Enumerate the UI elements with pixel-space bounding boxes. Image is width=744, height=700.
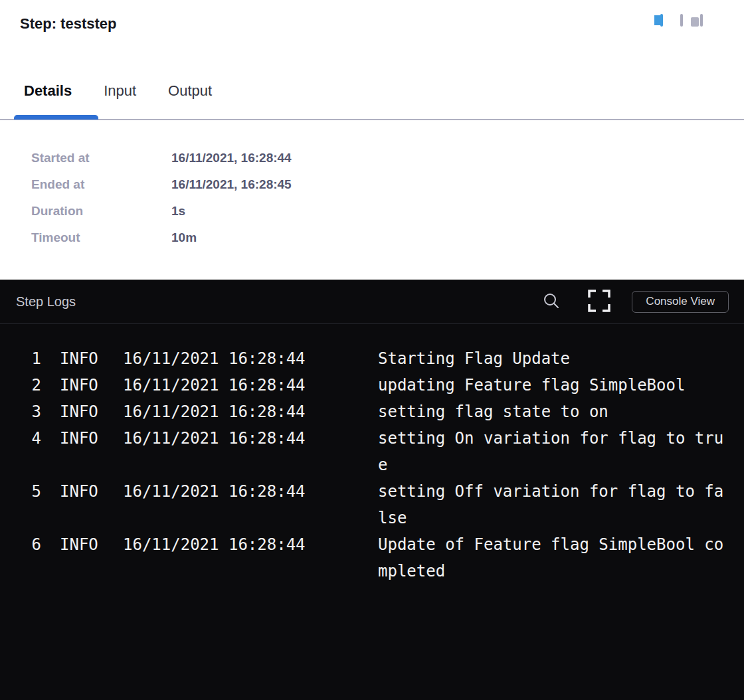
panel-layout-controls bbox=[660, 15, 720, 25]
detail-value: 10m bbox=[171, 230, 197, 244]
split-right-view-icon bbox=[660, 14, 663, 27]
log-message: Update of Feature flag SimpleBool comple… bbox=[378, 531, 725, 584]
log-row: 6 INFO 16/11/2021 16:28:44 Update of Fea… bbox=[0, 531, 744, 584]
tab-bar: Details Input Output bbox=[24, 80, 212, 102]
log-timestamp: 16/11/2021 16:28:44 bbox=[123, 531, 378, 558]
log-message: Starting Flag Update bbox=[378, 345, 725, 372]
log-row: 3 INFO 16/11/2021 16:28:44 setting flag … bbox=[0, 398, 744, 425]
detail-row: Duration1s bbox=[31, 198, 292, 224]
tab-input[interactable]: Input bbox=[104, 80, 136, 102]
fullscreen-button[interactable] bbox=[587, 289, 611, 315]
log-message: setting Off variation for flag to false bbox=[378, 478, 725, 531]
log-row: 2 INFO 16/11/2021 16:28:44 updating Feat… bbox=[0, 372, 744, 398]
step-detail-panel: Step: teststep Details Input Output Star… bbox=[0, 0, 744, 280]
detail-label: Duration bbox=[31, 198, 171, 224]
tab-details[interactable]: Details bbox=[24, 80, 72, 102]
log-message: setting flag state to on bbox=[378, 398, 725, 425]
console-view-button[interactable]: Console View bbox=[632, 291, 729, 313]
log-timestamp: 16/11/2021 16:28:44 bbox=[123, 372, 378, 398]
details-grid: Started at16/11/2021, 16:28:44 Ended at1… bbox=[31, 145, 292, 251]
tab-divider bbox=[0, 119, 744, 120]
step-logs-header: Step Logs Console View bbox=[0, 280, 744, 324]
detail-label: Timeout bbox=[31, 224, 171, 251]
log-line-number: 3 bbox=[16, 398, 41, 425]
log-message: setting On variation for flag to true bbox=[378, 425, 725, 478]
page-title: Step: teststep bbox=[20, 15, 116, 33]
tab-output[interactable]: Output bbox=[168, 80, 212, 102]
log-timestamp: 16/11/2021 16:28:44 bbox=[123, 425, 378, 452]
log-level: INFO bbox=[60, 398, 123, 425]
floating-view-button[interactable] bbox=[700, 15, 703, 25]
log-timestamp: 16/11/2021 16:28:44 bbox=[123, 398, 378, 425]
log-message: updating Feature flag SimpleBool bbox=[378, 372, 725, 398]
bottom-view-icon bbox=[680, 14, 683, 27]
log-line-number: 2 bbox=[16, 372, 41, 398]
detail-row: Started at16/11/2021, 16:28:44 bbox=[31, 145, 292, 171]
log-row: 5 INFO 16/11/2021 16:28:44 setting Off v… bbox=[0, 478, 744, 531]
split-right-view-button[interactable] bbox=[660, 15, 663, 25]
search-button[interactable] bbox=[543, 293, 559, 311]
active-tab-underline bbox=[14, 115, 98, 120]
log-line-number: 4 bbox=[16, 425, 41, 452]
step-logs-section: Step Logs Console View 1 INFO 16/11/2021… bbox=[0, 280, 744, 700]
floating-view-icon bbox=[700, 14, 703, 27]
step-logs-body: 1 INFO 16/11/2021 16:28:44 Starting Flag… bbox=[0, 324, 744, 584]
detail-value: 1s bbox=[171, 204, 185, 218]
search-icon bbox=[543, 293, 559, 309]
log-level: INFO bbox=[60, 478, 123, 505]
detail-row: Ended at16/11/2021, 16:28:45 bbox=[31, 171, 292, 198]
log-timestamp: 16/11/2021 16:28:44 bbox=[123, 478, 378, 505]
step-logs-title: Step Logs bbox=[16, 294, 76, 309]
log-line-number: 6 bbox=[16, 531, 41, 558]
log-level: INFO bbox=[60, 345, 123, 372]
log-row: 4 INFO 16/11/2021 16:28:44 setting On va… bbox=[0, 425, 744, 478]
log-timestamp: 16/11/2021 16:28:44 bbox=[123, 345, 378, 372]
detail-label: Ended at bbox=[31, 171, 171, 198]
detail-value: 16/11/2021, 16:28:45 bbox=[171, 177, 292, 191]
log-level: INFO bbox=[60, 372, 123, 398]
log-line-number: 5 bbox=[16, 478, 41, 505]
log-level: INFO bbox=[60, 425, 123, 452]
detail-row: Timeout10m bbox=[31, 224, 292, 251]
detail-label: Started at bbox=[31, 145, 171, 171]
log-row: 1 INFO 16/11/2021 16:28:44 Starting Flag… bbox=[0, 345, 744, 372]
log-line-number: 1 bbox=[16, 345, 41, 372]
bottom-view-button[interactable] bbox=[680, 15, 683, 25]
expand-icon bbox=[587, 289, 611, 313]
log-level: INFO bbox=[60, 531, 123, 558]
detail-value: 16/11/2021, 16:28:44 bbox=[171, 151, 292, 165]
